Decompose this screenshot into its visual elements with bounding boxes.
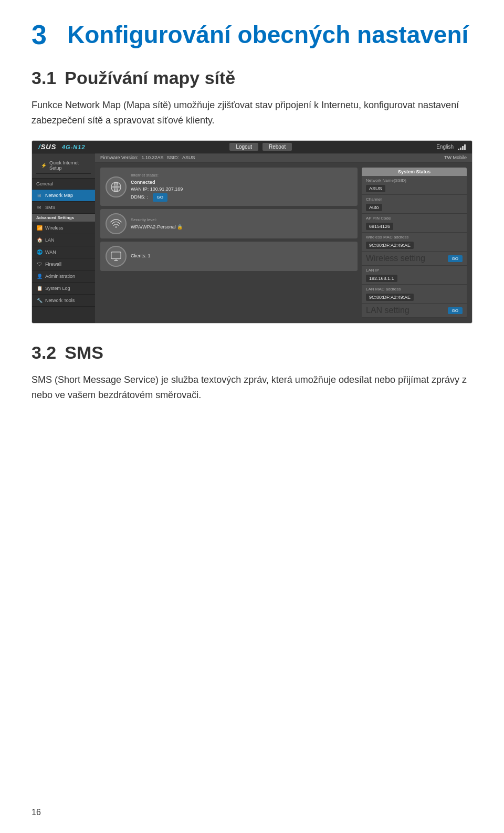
- ap-pin-label: AP PIN Code: [366, 216, 463, 221]
- svg-rect-5: [111, 252, 121, 259]
- carrier-label: TW Mobile: [444, 155, 467, 160]
- sidebar-advanced-label: Advanced Settings: [32, 214, 95, 222]
- ddns-go-button[interactable]: GO: [153, 193, 167, 202]
- sidebar-item-network-map[interactable]: ⊞ Network Map: [32, 190, 95, 202]
- logout-button[interactable]: Logout: [229, 143, 258, 151]
- wan-value: 100.91.207.169: [150, 186, 183, 192]
- section-31-title: Používání mapy sítě: [65, 68, 235, 88]
- section-32-title: SMS: [65, 342, 103, 363]
- map-icon: ⊞: [36, 192, 43, 199]
- router-logo: /SUS 4G-N12: [38, 143, 86, 151]
- router-topbar: /SUS 4G-N12 Logout Reboot English: [32, 141, 472, 153]
- wifi-icon: 📶: [36, 225, 43, 231]
- firmware-label: Firmware Version:: [100, 155, 139, 160]
- internet-panel: Internet status: Connected WAN IP: 100.9…: [100, 168, 358, 206]
- router-content: Internet status: Connected WAN IP: 100.9…: [95, 162, 472, 323]
- wan-icon: 🌐: [36, 249, 43, 255]
- lan-ip-label: LAN IP: [366, 268, 463, 273]
- system-status-title: System Status: [362, 168, 467, 176]
- wireless-setting-row: Wireless setting GO: [362, 252, 467, 266]
- router-screenshot: /SUS 4G-N12 Logout Reboot English ⚡: [32, 140, 472, 324]
- section-31-heading: 3.1 Používání mapy sítě: [32, 68, 472, 88]
- sidebar-top: ⚡ Quick Internet Setup: [32, 153, 95, 179]
- chapter-title: Konfigurování obecných nastavení: [67, 21, 468, 49]
- sidebar-item-network-tools[interactable]: 🔧 Network Tools: [32, 295, 95, 307]
- lightning-icon: ⚡: [40, 162, 47, 169]
- channel-label: Channel: [366, 197, 463, 202]
- firewall-icon: 🛡: [36, 261, 43, 267]
- wifi-signal-icon: [110, 218, 122, 230]
- router-main: Firmware Version: 1.10.32AS SSID: ASUS T…: [95, 153, 472, 323]
- clients-panel: Clients: 1: [100, 242, 358, 271]
- lan-setting-row: LAN setting GO: [362, 304, 467, 318]
- globe-icon: [110, 181, 122, 193]
- lan-ip-row: LAN IP 192.168.1.1: [362, 266, 467, 285]
- admin-icon: 👤: [36, 273, 43, 279]
- section-31-number: 3.1: [32, 68, 56, 88]
- sidebar-item-lan[interactable]: 🏠 LAN: [32, 234, 95, 246]
- network-name-row: Network Name(SSID) ASUS: [362, 176, 467, 195]
- wireless-panel-info: Security level: WPA/WPA2-Personal 🔒: [131, 216, 183, 231]
- chapter-heading: 3 Konfigurování obecných nastavení: [32, 21, 472, 49]
- router-topbar-right: English: [436, 144, 466, 150]
- wireless-mac-value: 9C:80:DF:A2:49:AE: [366, 242, 414, 249]
- wireless-panel: Security level: WPA/WPA2-Personal 🔒: [100, 209, 358, 238]
- sidebar-item-general[interactable]: General: [32, 179, 95, 190]
- clients-icon: [106, 246, 127, 267]
- router-topbar-buttons: Logout Reboot: [229, 143, 292, 151]
- page-number: 16: [32, 808, 41, 817]
- router-model: 4G-N12: [62, 144, 86, 150]
- clients-label: Clients:: [131, 253, 146, 258]
- firmware-value: 1.10.32AS: [142, 155, 164, 160]
- network-name-value: ASUS: [366, 185, 385, 192]
- sidebar-item-system-log[interactable]: 📋 System Log: [32, 283, 95, 295]
- clients-value: 1: [148, 253, 151, 258]
- wireless-setting-label: Wireless setting: [366, 254, 425, 263]
- sms-icon: ✉: [36, 204, 43, 211]
- internet-status-label: Internet status:: [131, 173, 159, 178]
- lan-icon: 🏠: [36, 237, 43, 243]
- wireless-mac-label: Wireless MAC address: [366, 235, 463, 240]
- sidebar-item-firewall[interactable]: 🛡 Firewall: [32, 258, 95, 270]
- router-sidebar: ⚡ Quick Internet Setup General ⊞ Network…: [32, 153, 95, 323]
- internet-icon: [106, 176, 127, 197]
- lan-setting-label: LAN setting: [366, 306, 410, 315]
- sidebar-item-administration[interactable]: 👤 Administration: [32, 270, 95, 283]
- section-32-number: 3.2: [32, 342, 56, 363]
- lan-ip-value: 192.168.1.1: [366, 275, 397, 282]
- signal-bars: [458, 144, 466, 150]
- channel-row: Channel Auto: [362, 195, 467, 214]
- status-panels: Internet status: Connected WAN IP: 100.9…: [100, 168, 358, 318]
- reboot-button[interactable]: Reboot: [262, 143, 292, 151]
- log-icon: 📋: [36, 285, 43, 291]
- chapter-number: 3: [32, 21, 58, 48]
- section-32-heading: 3.2 SMS: [32, 342, 472, 363]
- svg-point-4: [116, 226, 117, 228]
- channel-value: Auto: [366, 204, 382, 211]
- wireless-mac-row: Wireless MAC address 9C:80:DF:A2:49:AE: [362, 233, 467, 252]
- sidebar-item-wireless[interactable]: 📶 Wireless: [32, 222, 95, 234]
- lan-mac-row: LAN MAC address 9C:80:DF:A2:49:AE: [362, 285, 467, 304]
- ssid-label: SSID:: [167, 155, 180, 160]
- wireless-security-value: WPA/WPA2-Personal 🔒: [131, 224, 183, 230]
- lan-setting-go-button[interactable]: GO: [448, 307, 463, 314]
- wan-label: WAN IP:: [131, 186, 149, 192]
- wireless-setting-go-button[interactable]: GO: [448, 255, 463, 262]
- ap-pin-value: 69154126: [366, 223, 393, 230]
- ddns-label: DDNS: :: [131, 194, 148, 200]
- section-32: 3.2 SMS SMS (Short Message Service) je s…: [32, 342, 472, 403]
- wireless-security-label: Security level:: [131, 217, 157, 222]
- ap-pin-row: AP PIN Code 69154126: [362, 214, 467, 233]
- sidebar-item-sms[interactable]: ✉ SMS: [32, 202, 95, 214]
- wireless-icon: [106, 213, 127, 234]
- router-body: ⚡ Quick Internet Setup General ⊞ Network…: [32, 153, 472, 323]
- internet-status-value: Connected: [131, 180, 155, 185]
- sidebar-item-wan[interactable]: 🌐 WAN: [32, 246, 95, 258]
- internet-panel-info: Internet status: Connected WAN IP: 100.9…: [131, 172, 183, 202]
- lan-mac-label: LAN MAC address: [366, 287, 463, 291]
- network-name-label: Network Name(SSID): [366, 178, 463, 183]
- firmware-bar: Firmware Version: 1.10.32AS SSID: ASUS T…: [95, 153, 472, 162]
- sidebar-item-quick-internet[interactable]: ⚡ Quick Internet Setup: [36, 158, 91, 174]
- section-31-body: Funkce Network Map (Mapa sítě) umožňuje …: [32, 98, 472, 128]
- section-32-body: SMS (Short Message Service) je služba te…: [32, 372, 472, 403]
